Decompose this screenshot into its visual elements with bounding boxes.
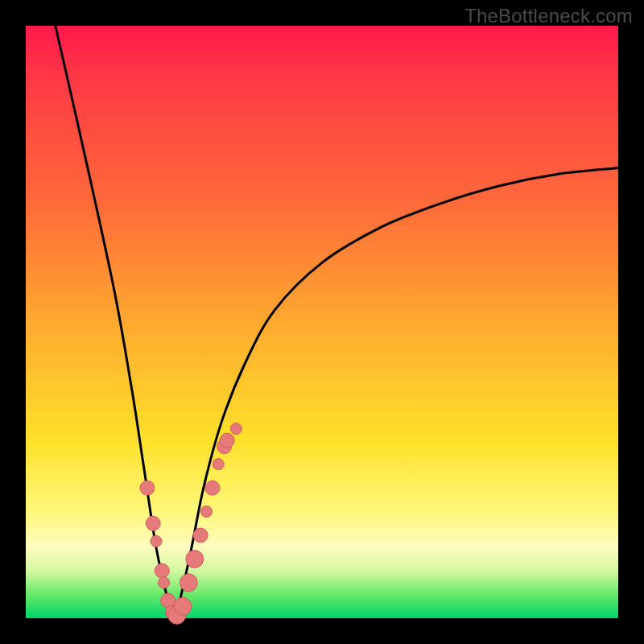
curve-layer xyxy=(26,26,618,618)
plot-area xyxy=(26,26,618,618)
sample-dot xyxy=(180,574,197,592)
sample-dot xyxy=(151,535,162,547)
sample-dot xyxy=(155,564,169,578)
sample-dot xyxy=(220,433,234,448)
sample-dot xyxy=(159,577,170,588)
chart-frame: TheBottleneck.com xyxy=(0,0,644,644)
sample-dot xyxy=(193,528,208,543)
sample-dot xyxy=(146,516,160,530)
bottleneck-curve-path xyxy=(56,26,618,618)
sample-dot xyxy=(186,550,204,568)
bottleneck-curve xyxy=(56,26,618,618)
sample-dots xyxy=(140,423,242,625)
sample-dot xyxy=(213,459,224,470)
sample-dot xyxy=(140,481,155,495)
sample-dot xyxy=(205,481,220,495)
watermark-text: TheBottleneck.com xyxy=(464,5,633,27)
sample-dot xyxy=(174,597,192,615)
sample-dot xyxy=(201,506,213,518)
sample-dot xyxy=(230,423,242,435)
